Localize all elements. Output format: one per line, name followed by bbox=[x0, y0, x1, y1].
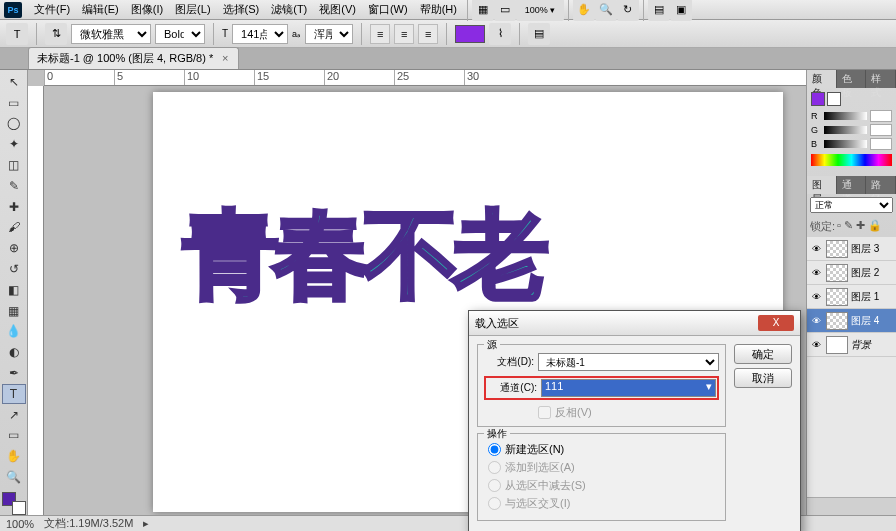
crop-tool[interactable]: ◫ bbox=[2, 155, 26, 175]
eye-icon[interactable]: 👁 bbox=[809, 314, 823, 328]
wand-tool[interactable]: ✦ bbox=[2, 134, 26, 154]
layer-row[interactable]: 👁图层 4 bbox=[807, 309, 896, 333]
menu-layer[interactable]: 图层(L) bbox=[169, 0, 216, 19]
eye-icon[interactable]: 👁 bbox=[809, 290, 823, 304]
menu-view[interactable]: 视图(V) bbox=[313, 0, 362, 19]
menu-window[interactable]: 窗口(W) bbox=[362, 0, 414, 19]
close-icon[interactable]: × bbox=[222, 52, 228, 64]
antialias-select[interactable]: 浑厚 bbox=[305, 24, 353, 44]
background-color[interactable] bbox=[12, 501, 26, 515]
op-sub-radio bbox=[488, 479, 501, 492]
align-center-icon[interactable]: ≡ bbox=[394, 24, 414, 44]
channel-select[interactable]: 111 ▾ bbox=[541, 379, 716, 397]
source-fieldset: 源 文档(D): 未标题-1 通道(C): 111 ▾ 反相(V) bbox=[477, 344, 726, 427]
hand-icon[interactable]: ✋ bbox=[573, 0, 595, 21]
layout-icon[interactable]: ▭ bbox=[494, 0, 516, 21]
move-tool[interactable]: ↖ bbox=[2, 72, 26, 92]
brush-tool[interactable]: 🖌 bbox=[2, 218, 26, 238]
fg-swatch[interactable] bbox=[811, 92, 825, 106]
cancel-button[interactable]: 取消 bbox=[734, 368, 792, 388]
app-logo: Ps bbox=[4, 2, 22, 18]
bg-swatch[interactable] bbox=[827, 92, 841, 106]
b-slider[interactable] bbox=[824, 140, 867, 148]
menu-bar: Ps 文件(F) 编辑(E) 图像(I) 图层(L) 选择(S) 滤镜(T) 视… bbox=[0, 0, 896, 20]
info-chevron-icon[interactable]: ▸ bbox=[143, 517, 149, 530]
layers-panel: 正常 锁定: ▫ ✎ ✚ 🔒 👁图层 3 👁图层 2 👁图层 1 👁图层 4 👁… bbox=[807, 194, 896, 515]
eye-icon[interactable]: 👁 bbox=[809, 242, 823, 256]
g-slider[interactable] bbox=[824, 126, 867, 134]
text-color-swatch[interactable] bbox=[455, 25, 485, 43]
path-tool[interactable]: ↗ bbox=[2, 405, 26, 425]
tab-layers[interactable]: 图层 bbox=[807, 176, 837, 194]
warp-text-icon[interactable]: ⌇ bbox=[489, 23, 511, 45]
char-panel-icon[interactable]: ▤ bbox=[528, 23, 550, 45]
history-brush-tool[interactable]: ↺ bbox=[2, 259, 26, 279]
r-slider[interactable] bbox=[824, 112, 867, 120]
dialog-close-button[interactable]: X bbox=[758, 315, 794, 331]
font-size-select[interactable]: 141点 bbox=[232, 24, 288, 44]
eye-icon[interactable]: 👁 bbox=[809, 266, 823, 280]
menu-file[interactable]: 文件(F) bbox=[28, 0, 76, 19]
tab-paths[interactable]: 路径 bbox=[866, 176, 896, 194]
tab-channels[interactable]: 通道 bbox=[837, 176, 867, 194]
tab-styles[interactable]: 样式 bbox=[866, 70, 896, 88]
heal-tool[interactable]: ✚ bbox=[2, 197, 26, 217]
zoom-icon[interactable]: 🔍 bbox=[595, 0, 617, 21]
r-value[interactable] bbox=[870, 110, 892, 122]
doc-info: 文档:1.19M/3.52M bbox=[44, 516, 133, 531]
lock-icons[interactable]: ▫ ✎ ✚ 🔒 bbox=[837, 219, 882, 234]
layer-row[interactable]: 👁图层 1 bbox=[807, 285, 896, 309]
arrange-icon[interactable]: ▤ bbox=[648, 0, 670, 21]
eye-icon[interactable]: 👁 bbox=[809, 338, 823, 352]
font-family-select[interactable]: 微软雅黑 bbox=[71, 24, 151, 44]
color-ramp[interactable] bbox=[811, 154, 892, 166]
screen-mode-icon[interactable]: ▣ bbox=[670, 0, 692, 21]
layer-row[interactable]: 👁背景 bbox=[807, 333, 896, 357]
tab-color[interactable]: 颜色 bbox=[807, 70, 837, 88]
menu-help[interactable]: 帮助(H) bbox=[414, 0, 463, 19]
document-select[interactable]: 未标题-1 bbox=[538, 353, 719, 371]
operation-fieldset: 操作 新建选区(N) 添加到选区(A) 从选区中减去(S) 与选区交叉(I) bbox=[477, 433, 726, 521]
zoom-tool[interactable]: 🔍 bbox=[2, 467, 26, 487]
dodge-tool[interactable]: ◐ bbox=[2, 342, 26, 362]
layer-row[interactable]: 👁图层 3 bbox=[807, 237, 896, 261]
text-orientation-icon[interactable]: ⇅ bbox=[45, 23, 67, 45]
rotate-icon[interactable]: ↻ bbox=[617, 0, 639, 21]
eyedropper-tool[interactable]: ✎ bbox=[2, 176, 26, 196]
zoom-status[interactable]: 100% bbox=[6, 518, 34, 530]
document-tab[interactable]: 未标题-1 @ 100% (图层 4, RGB/8) * × bbox=[28, 47, 239, 69]
menu-select[interactable]: 选择(S) bbox=[217, 0, 266, 19]
blur-tool[interactable]: 💧 bbox=[2, 322, 26, 342]
blend-mode-select[interactable]: 正常 bbox=[810, 197, 893, 213]
dialog-title-text: 载入选区 bbox=[475, 316, 519, 331]
layer-row[interactable]: 👁图层 2 bbox=[807, 261, 896, 285]
menu-edit[interactable]: 编辑(E) bbox=[76, 0, 125, 19]
marquee-tool[interactable]: ▭ bbox=[2, 93, 26, 113]
dialog-titlebar[interactable]: 载入选区 X bbox=[469, 311, 800, 336]
align-left-icon[interactable]: ≡ bbox=[370, 24, 390, 44]
lasso-tool[interactable]: ◯ bbox=[2, 114, 26, 134]
stamp-tool[interactable]: ⊕ bbox=[2, 238, 26, 258]
shape-tool[interactable]: ▭ bbox=[2, 426, 26, 446]
b-value[interactable] bbox=[870, 138, 892, 150]
op-new-radio[interactable] bbox=[488, 443, 501, 456]
color-panel: R G B bbox=[807, 88, 896, 170]
zoom-level[interactable]: 100% ▾ bbox=[516, 0, 564, 21]
align-right-icon[interactable]: ≡ bbox=[418, 24, 438, 44]
op-add-radio bbox=[488, 461, 501, 474]
color-picker[interactable] bbox=[2, 492, 26, 515]
hand-tool[interactable]: ✋ bbox=[2, 446, 26, 466]
type-tool[interactable]: T bbox=[2, 384, 26, 404]
aa-label: aₐ bbox=[292, 29, 301, 39]
tab-swatches[interactable]: 色板 bbox=[837, 70, 867, 88]
menu-image[interactable]: 图像(I) bbox=[125, 0, 169, 19]
eraser-tool[interactable]: ◧ bbox=[2, 280, 26, 300]
font-weight-select[interactable]: Bold bbox=[155, 24, 205, 44]
g-value[interactable] bbox=[870, 124, 892, 136]
menu-filter[interactable]: 滤镜(T) bbox=[265, 0, 313, 19]
pen-tool[interactable]: ✒ bbox=[2, 363, 26, 383]
type-tool-icon[interactable]: T bbox=[6, 23, 28, 45]
ok-button[interactable]: 确定 bbox=[734, 344, 792, 364]
bridge-icon[interactable]: ▦ bbox=[472, 0, 494, 21]
gradient-tool[interactable]: ▦ bbox=[2, 301, 26, 321]
